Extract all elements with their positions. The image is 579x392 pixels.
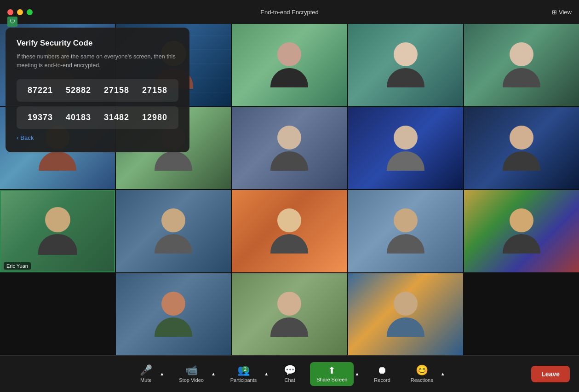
mute-icon: 🎤 — [140, 365, 152, 375]
video-icon: 📹 — [185, 365, 198, 375]
share-screen-label: Share Screen — [316, 377, 347, 382]
grid-icon: ⊞ — [552, 9, 557, 16]
security-code-row-2: 19373 40183 31482 12980 — [17, 106, 178, 129]
toolbar: 🎤 Mute ▲ 📹 Stop Video ▲ 👥 2 Participants… — [0, 355, 579, 392]
video-cell-19[interactable] — [232, 273, 347, 356]
video-cell-20[interactable] — [348, 273, 463, 356]
chat-group: 💬 Chat — [273, 362, 306, 386]
security-overlay: Verify Security Code If these numbers ar… — [6, 28, 189, 152]
video-cell-9[interactable] — [348, 107, 463, 190]
video-cell-empty-2 — [464, 273, 579, 356]
maximize-button[interactable] — [27, 9, 33, 15]
title-bar: End-to-end Encrypted ⊞ View — [0, 0, 579, 24]
video-cell-13[interactable]: Eric Yuan — [0, 190, 115, 272]
reactions-chevron-icon[interactable]: ▲ — [440, 368, 446, 380]
mute-label: Mute — [140, 377, 151, 383]
chat-icon: 💬 — [284, 365, 296, 375]
chat-label: Chat — [285, 377, 295, 383]
reactions-group: 😊 Reactions ▲ — [401, 362, 450, 386]
mute-group: 🎤 Mute ▲ — [129, 362, 169, 386]
video-cell-4[interactable] — [348, 24, 463, 106]
video-cell-10[interactable] — [464, 107, 579, 190]
reactions-label: Reactions — [411, 377, 433, 383]
code-2-2: 40183 — [66, 113, 91, 122]
shield-icon: 🛡 — [7, 17, 17, 27]
participants-icon-wrap: 👥 2 — [237, 365, 250, 375]
window-title: End-to-end Encrypted — [260, 9, 318, 16]
code-2-3: 31482 — [104, 113, 129, 122]
security-description: If these numbers are the same on everyon… — [17, 52, 178, 70]
traffic-lights — [7, 9, 33, 15]
code-1-4: 27158 — [142, 86, 167, 95]
participants-label: Participants — [230, 377, 257, 383]
share-screen-group: ⬆ Share Screen ▲ — [306, 362, 364, 386]
view-button[interactable]: ⊞ View — [552, 9, 572, 16]
code-2-4: 12980 — [142, 113, 167, 122]
chat-button[interactable]: 💬 Chat — [277, 362, 303, 386]
record-group: ⏺ Record — [364, 362, 400, 386]
stop-video-label: Stop Video — [179, 377, 204, 383]
chevron-left-icon: ‹ — [17, 134, 18, 141]
code-1-1: 87221 — [28, 86, 53, 95]
share-screen-button[interactable]: ⬆ Share Screen — [310, 362, 354, 386]
participants-chevron-icon[interactable]: ▲ — [263, 368, 269, 380]
minimize-button[interactable] — [17, 9, 23, 15]
video-cell-15[interactable] — [232, 190, 347, 272]
video-chevron-icon[interactable]: ▲ — [210, 368, 217, 380]
code-1-3: 27158 — [104, 86, 129, 95]
video-cell-8[interactable] — [232, 107, 347, 190]
video-cell-empty-1 — [0, 273, 115, 356]
participants-badge: 2 — [241, 366, 249, 372]
video-cell-5[interactable] — [464, 24, 579, 106]
close-button[interactable] — [7, 9, 13, 15]
video-cell-18[interactable] — [116, 273, 231, 356]
record-button[interactable]: ⏺ Record — [367, 362, 396, 386]
record-icon: ⏺ — [377, 365, 387, 375]
share-screen-icon: ⬆ — [328, 366, 336, 375]
video-group: 📹 Stop Video ▲ — [169, 362, 220, 386]
mute-button[interactable]: 🎤 Mute — [133, 362, 159, 386]
video-cell-3[interactable] — [232, 24, 347, 106]
record-label: Record — [374, 377, 390, 383]
stop-video-button[interactable]: 📹 Stop Video — [172, 362, 210, 386]
mute-chevron-icon[interactable]: ▲ — [159, 368, 165, 380]
video-cell-14[interactable] — [116, 190, 231, 272]
security-code-row-1: 87221 52882 27158 27158 — [17, 79, 178, 102]
video-cell-16[interactable] — [348, 190, 463, 272]
participants-group: 👥 2 Participants ▲ — [220, 362, 273, 386]
participants-button[interactable]: 👥 2 Participants — [224, 362, 263, 386]
code-2-1: 19373 — [28, 113, 53, 122]
back-button[interactable]: ‹ Back — [17, 134, 178, 141]
participant-name-label: Eric Yuan — [4, 262, 31, 270]
leave-button[interactable]: Leave — [531, 366, 570, 382]
share-chevron-icon[interactable]: ▲ — [354, 368, 360, 380]
reactions-icon: 😊 — [416, 365, 428, 375]
security-title: Verify Security Code — [17, 39, 178, 48]
reactions-button[interactable]: 😊 Reactions — [404, 362, 440, 386]
code-1-2: 52882 — [66, 86, 91, 95]
video-cell-17[interactable] — [464, 190, 579, 272]
